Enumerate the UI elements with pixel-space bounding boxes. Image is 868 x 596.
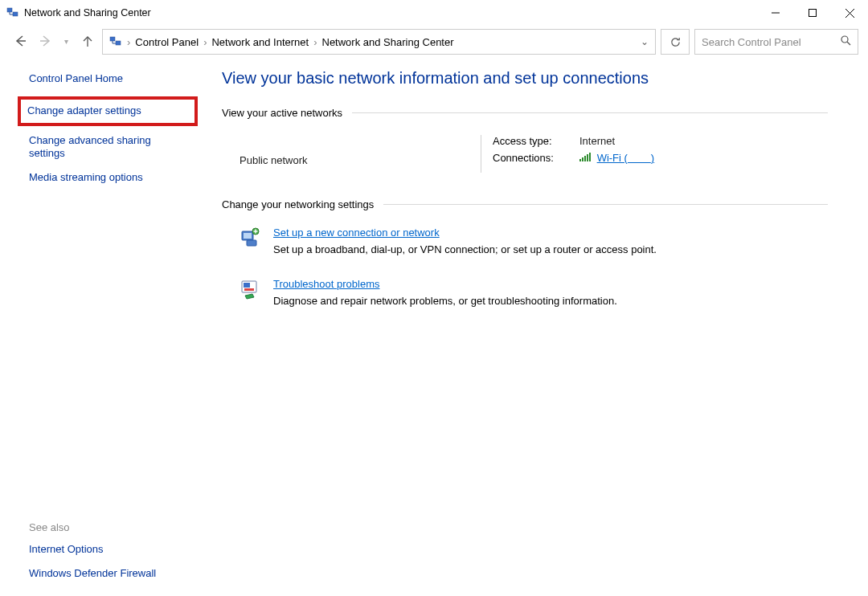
network-category-block: Public network bbox=[240, 135, 481, 173]
body: Control Panel Home Change adapter settin… bbox=[0, 58, 868, 596]
toolbar: ▾ › Control Panel › Network and Internet… bbox=[0, 26, 868, 58]
window-title: Network and Sharing Center bbox=[24, 7, 151, 18]
change-settings-label: Change your networking settings bbox=[222, 198, 374, 210]
troubleshoot-desc: Diagnose and repair network problems, or… bbox=[273, 295, 617, 307]
nav-buttons: ▾ bbox=[13, 34, 94, 51]
highlight-annotation: Change adapter settings bbox=[18, 96, 198, 125]
connections-value: Wi-Fi ( ) bbox=[579, 152, 654, 165]
divider bbox=[352, 112, 828, 113]
back-button[interactable] bbox=[13, 34, 27, 51]
maximize-button[interactable] bbox=[794, 0, 831, 26]
address-dropdown-icon[interactable]: ⌄ bbox=[641, 36, 649, 47]
setup-connection-desc: Set up a broadband, dial-up, or VPN conn… bbox=[273, 243, 657, 255]
svg-rect-29 bbox=[244, 283, 250, 288]
see-also-header: See also bbox=[29, 521, 183, 533]
svg-point-15 bbox=[841, 36, 848, 43]
setup-connection-icon bbox=[240, 227, 262, 249]
breadcrumb-sep-icon[interactable]: › bbox=[203, 36, 207, 48]
active-networks-label: View your active networks bbox=[222, 107, 342, 119]
setup-connection-link[interactable]: Set up a new connection or network bbox=[273, 227, 440, 239]
svg-rect-12 bbox=[116, 41, 121, 45]
troubleshoot-item: Troubleshoot problems Diagnose and repai… bbox=[240, 278, 828, 307]
search-icon bbox=[841, 35, 851, 48]
sidebar: Control Panel Home Change adapter settin… bbox=[0, 58, 199, 596]
main-heading: View your basic network information and … bbox=[222, 69, 828, 88]
network-details: Access type: Internet Connections: bbox=[481, 135, 654, 173]
svg-rect-21 bbox=[589, 153, 591, 161]
troubleshoot-icon bbox=[240, 278, 262, 300]
svg-rect-18 bbox=[582, 157, 583, 161]
wifi-signal-icon bbox=[579, 153, 591, 165]
main-content: View your basic network information and … bbox=[199, 58, 868, 596]
access-type-row: Access type: Internet bbox=[493, 135, 654, 147]
breadcrumb-sep-icon[interactable]: › bbox=[127, 36, 130, 48]
sidebar-link-advanced-sharing[interactable]: Change advanced sharing settings bbox=[29, 134, 183, 161]
location-icon bbox=[109, 35, 122, 48]
window-controls bbox=[757, 0, 868, 26]
see-also-firewall[interactable]: Windows Defender Firewall bbox=[29, 567, 183, 580]
see-also-internet-options[interactable]: Internet Options bbox=[29, 543, 183, 556]
connection-link[interactable]: Wi-Fi ( ) bbox=[597, 152, 655, 164]
access-type-value: Internet bbox=[579, 135, 615, 147]
svg-rect-11 bbox=[110, 37, 115, 41]
search-input[interactable]: Search Control Panel bbox=[694, 29, 858, 55]
svg-rect-19 bbox=[584, 156, 586, 161]
recent-dropdown[interactable]: ▾ bbox=[64, 38, 68, 46]
breadcrumb-root[interactable]: Control Panel bbox=[135, 36, 199, 48]
search-placeholder: Search Control Panel bbox=[702, 36, 801, 48]
troubleshoot-body: Troubleshoot problems Diagnose and repai… bbox=[273, 278, 617, 307]
svg-rect-17 bbox=[579, 159, 581, 161]
svg-rect-30 bbox=[244, 288, 254, 291]
sidebar-link-adapter-settings[interactable]: Change adapter settings bbox=[27, 104, 188, 117]
close-button[interactable] bbox=[831, 0, 868, 26]
sidebar-link-home[interactable]: Control Panel Home bbox=[29, 72, 183, 85]
breadcrumb-leaf[interactable]: Network and Sharing Center bbox=[322, 36, 454, 48]
setup-connection-body: Set up a new connection or network Set u… bbox=[273, 227, 657, 255]
svg-rect-23 bbox=[244, 233, 252, 239]
divider bbox=[383, 204, 828, 205]
svg-rect-1 bbox=[13, 12, 18, 16]
title-bar: Network and Sharing Center bbox=[0, 0, 868, 26]
access-type-label: Access type: bbox=[493, 135, 579, 147]
svg-rect-24 bbox=[247, 240, 256, 246]
breadcrumb-sep-icon[interactable]: › bbox=[313, 36, 317, 48]
svg-line-16 bbox=[847, 42, 850, 45]
svg-rect-5 bbox=[809, 10, 817, 17]
minimize-button[interactable] bbox=[757, 0, 794, 26]
troubleshoot-link[interactable]: Troubleshoot problems bbox=[273, 278, 379, 290]
app-icon bbox=[6, 6, 19, 19]
network-category: Public network bbox=[240, 154, 481, 166]
connections-row: Connections: W bbox=[493, 152, 654, 165]
sidebar-link-media-streaming[interactable]: Media streaming options bbox=[29, 171, 183, 184]
address-bar[interactable]: › Control Panel › Network and Internet ›… bbox=[102, 29, 656, 55]
up-button[interactable] bbox=[81, 35, 94, 50]
window-root: Network and Sharing Center ▾ bbox=[0, 0, 868, 596]
active-network-block: Public network Access type: Internet Con… bbox=[240, 135, 828, 173]
change-settings-header: Change your networking settings bbox=[222, 198, 828, 210]
forward-button[interactable] bbox=[39, 34, 53, 51]
breadcrumb-mid[interactable]: Network and Internet bbox=[211, 36, 309, 48]
connections-label: Connections: bbox=[493, 152, 579, 165]
svg-rect-20 bbox=[587, 154, 588, 161]
refresh-button[interactable] bbox=[661, 29, 690, 55]
active-networks-header: View your active networks bbox=[222, 107, 828, 119]
setup-connection-item: Set up a new connection or network Set u… bbox=[240, 227, 828, 255]
svg-rect-0 bbox=[7, 8, 12, 12]
